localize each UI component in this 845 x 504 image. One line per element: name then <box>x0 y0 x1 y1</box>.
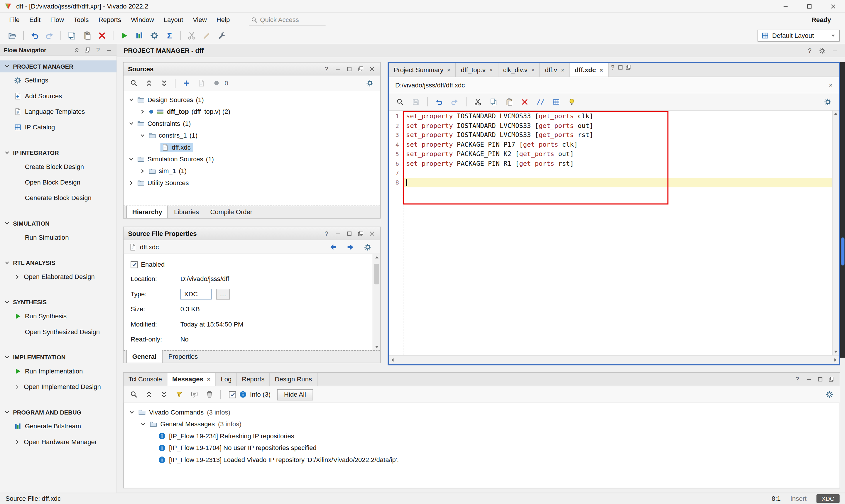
menu-item-reports[interactable]: Reports <box>94 14 126 26</box>
maximize-panel-button[interactable] <box>816 375 824 383</box>
flownav-header-program-and-debug[interactable]: PROGRAM AND DEBUG <box>0 406 117 418</box>
expand-all-button[interactable] <box>157 76 172 89</box>
messages-settings-gear-button[interactable] <box>822 388 837 401</box>
editor-vertical-scrollbar[interactable] <box>832 111 839 355</box>
help-button[interactable]: ? <box>609 63 617 71</box>
language-assistant-button[interactable] <box>565 95 579 108</box>
flownav-item-generate-block-design[interactable]: Generate Block Design <box>0 190 117 205</box>
scan-status-icon[interactable] <box>210 76 223 89</box>
tab-hierarchy[interactable]: Hierarchy <box>126 206 168 218</box>
flownav-item-create-block-design[interactable]: Create Block Design <box>0 159 117 174</box>
close-tab-icon[interactable]: × <box>532 67 535 73</box>
sum-reports-button[interactable]: Σ <box>163 29 177 42</box>
float-panel-button[interactable] <box>357 229 365 238</box>
tab-log[interactable]: Log <box>216 373 237 386</box>
save-button[interactable] <box>409 95 423 108</box>
flownav-item-open-elaborated-design[interactable]: Open Elaborated Design <box>0 269 117 284</box>
flownav-item-run-synthesis[interactable]: Run Synthesis <box>0 308 117 324</box>
search-button[interactable] <box>127 388 141 401</box>
flownav-item-generate-bitstream[interactable]: Generate Bitstream <box>0 418 117 434</box>
tab-dff-xdc[interactable]: dff.xdc × <box>570 63 609 76</box>
flownav-item-open-synthesized-design[interactable]: Open Synthesized Design <box>0 324 117 339</box>
flownav-item-open-hardware-manager[interactable]: Open Hardware Manager <box>0 434 117 449</box>
menu-item-flow[interactable]: Flow <box>46 14 69 26</box>
minimize-panel-button[interactable] <box>105 46 113 54</box>
add-sources-button[interactable] <box>179 76 193 89</box>
tree-item-dff-top[interactable]: dff_top (dff_top.v) (2) <box>124 106 380 118</box>
tab-compile-order[interactable]: Compile Order <box>205 206 257 218</box>
expand-all-button[interactable] <box>157 388 172 401</box>
tree-item-constrs-1[interactable]: constrs_1 (1) <box>124 129 380 141</box>
show-message-dialog-button[interactable] <box>187 388 201 401</box>
cut-button[interactable] <box>471 95 485 108</box>
tree-item-utility-sources[interactable]: Utility Sources <box>124 177 380 188</box>
tab-libraries[interactable]: Libraries <box>169 206 204 218</box>
minimize-panel-button[interactable] <box>334 229 342 238</box>
copy-button[interactable] <box>486 95 501 108</box>
delete-button[interactable] <box>95 29 109 42</box>
float-panel-button[interactable] <box>357 65 365 73</box>
close-button[interactable] <box>821 0 845 12</box>
flownav-header-implementation[interactable]: IMPLEMENTATION <box>0 351 117 363</box>
float-panel-button[interactable] <box>625 63 633 71</box>
editor-overview-strip[interactable] <box>840 62 845 358</box>
code-area[interactable]: 1 2 3 4 5 6 7 8 set_property IOSTANDARD … <box>389 111 839 355</box>
float-panel-button[interactable] <box>83 46 91 54</box>
cut-button[interactable] <box>184 29 199 42</box>
flownav-item-language-templates[interactable]: Language Templates <box>0 104 117 119</box>
menu-item-file[interactable]: File <box>4 14 25 26</box>
undo-button[interactable] <box>432 95 446 108</box>
close-panel-button[interactable] <box>367 229 376 238</box>
redo-button[interactable] <box>448 95 462 108</box>
collapse-all-button[interactable] <box>142 76 156 89</box>
tree-item-constraints[interactable]: Constraints (1) <box>124 118 380 129</box>
scroll-up-icon[interactable] <box>833 111 839 116</box>
flownav-header-simulation[interactable]: SIMULATION <box>0 217 117 229</box>
flownav-item-add-sources[interactable]: Add Sources <box>0 88 117 104</box>
scroll-up-icon[interactable] <box>374 255 379 260</box>
maximize-panel-button[interactable] <box>345 229 353 238</box>
flownav-header-ip-integrator[interactable]: IP INTEGRATOR <box>0 147 117 158</box>
tab-tcl-console[interactable]: Tcl Console <box>124 373 167 386</box>
back-button[interactable] <box>326 240 340 253</box>
redo-button[interactable] <box>42 29 57 42</box>
help-button[interactable]: ? <box>94 46 102 54</box>
menu-item-layout[interactable]: Layout <box>159 14 188 26</box>
minimize-panel-button[interactable] <box>334 65 342 73</box>
tab-properties[interactable]: Properties <box>163 351 203 363</box>
code-surface[interactable]: set_property IOSTANDARD LVCMOS33 [get_po… <box>403 111 832 355</box>
open-project-button[interactable] <box>5 29 19 42</box>
help-button[interactable]: ? <box>322 229 331 238</box>
maximize-panel-button[interactable] <box>617 63 625 71</box>
menu-item-tools[interactable]: Tools <box>69 14 94 26</box>
minimize-button[interactable] <box>774 0 797 12</box>
close-tab-icon[interactable]: × <box>561 67 564 73</box>
flownav-item-settings[interactable]: Settings <box>0 72 117 88</box>
edit-file-button[interactable] <box>195 76 209 89</box>
close-tab-icon[interactable]: × <box>600 67 603 73</box>
menu-item-view[interactable]: View <box>188 14 212 26</box>
flownav-item-open-implemented-design[interactable]: Open Implemented Design <box>0 379 117 394</box>
toggle-comment-button[interactable]: // <box>534 95 547 108</box>
tree-item-dff-xdc[interactable]: dff.xdc <box>124 141 380 153</box>
menu-item-window[interactable]: Window <box>126 14 159 26</box>
hide-all-button[interactable]: Hide All <box>277 389 313 400</box>
help-button[interactable]: ? <box>322 65 331 73</box>
close-file-icon[interactable]: × <box>829 81 833 89</box>
type-input[interactable]: XDC <box>180 289 212 300</box>
undo-button[interactable] <box>28 29 42 42</box>
delete-messages-button[interactable] <box>202 388 217 401</box>
editor-settings-gear-button[interactable] <box>821 95 835 108</box>
sources-settings-gear-button[interactable] <box>363 76 377 89</box>
minimize-panel-button[interactable] <box>830 46 839 55</box>
filter-button[interactable] <box>172 388 186 401</box>
paste-button[interactable] <box>502 95 516 108</box>
maximize-button[interactable] <box>797 0 821 12</box>
tools-wrench-button[interactable] <box>215 29 229 42</box>
delete-button[interactable] <box>518 95 532 108</box>
flownav-header-synthesis[interactable]: SYNTHESIS <box>0 296 117 308</box>
copy-button[interactable] <box>65 29 79 42</box>
search-button[interactable] <box>127 76 141 89</box>
menu-item-help[interactable]: Help <box>212 14 235 26</box>
flownav-item-run-simulation[interactable]: Run Simulation <box>0 229 117 245</box>
